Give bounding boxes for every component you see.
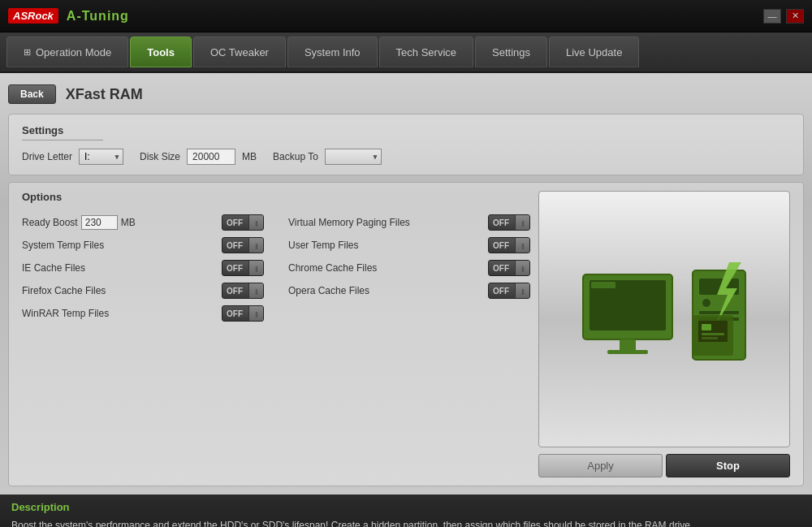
disk-size-unit: MB <box>242 151 257 162</box>
opera-cache-toggle-handle <box>515 283 529 298</box>
tab-operation-mode[interactable]: ⊞ Operation Mode <box>6 37 128 67</box>
grid-icon: ⊞ <box>24 47 31 58</box>
drive-letter-field: Drive Letter I: ▼ <box>22 149 123 165</box>
option-row-ie-cache: IE Cache Files OFF <box>22 257 264 279</box>
ie-cache-toggle[interactable]: OFF <box>222 260 264 276</box>
virtual-memory-toggle-label: OFF <box>489 218 515 227</box>
option-row-user-temp: User Temp Files OFF <box>288 234 530 257</box>
svg-rect-14 <box>702 333 724 335</box>
tab-live-update[interactable]: Live Update <box>549 37 639 67</box>
settings-panel: Settings Drive Letter I: ▼ Disk Size MB … <box>8 114 804 175</box>
main-content: Back XFast RAM Settings Drive Letter I: … <box>0 73 812 495</box>
tab-tech-service-label: Tech Service <box>396 46 456 58</box>
svg-rect-8 <box>699 311 739 314</box>
user-temp-label: User Temp Files <box>288 240 482 251</box>
winrar-temp-toggle-label: OFF <box>222 309 248 318</box>
backup-to-select-wrapper[interactable]: ▼ <box>325 149 382 165</box>
drive-letter-select[interactable]: I: <box>79 149 123 165</box>
ready-boost-toggle-label: OFF <box>222 218 248 227</box>
ready-boost-unit: MB <box>121 217 136 228</box>
options-col-right: Virtual Memory Paging Files OFF User Tem… <box>288 211 530 325</box>
user-temp-toggle-handle <box>515 238 529 253</box>
opera-cache-toggle-label: OFF <box>489 287 515 296</box>
winrar-temp-toggle-handle <box>248 306 263 321</box>
apply-button[interactable]: Apply <box>538 454 663 477</box>
options-col-left: Ready Boost MB OFF System Temp Files <box>22 211 264 325</box>
navbar: ⊞ Operation Mode Tools OC Tweaker System… <box>0 32 812 73</box>
option-row-system-temp: System Temp Files OFF <box>22 234 264 257</box>
chrome-cache-label: Chrome Cache Files <box>288 262 482 274</box>
virtual-memory-label: Virtual Memory Paging Files <box>288 217 482 228</box>
svg-rect-4 <box>591 282 615 288</box>
ie-cache-toggle-label: OFF <box>222 264 248 273</box>
disk-size-input[interactable] <box>187 149 235 165</box>
illustration-svg <box>567 254 762 384</box>
option-row-winrar-temp: WinRAR Temp Files OFF <box>22 302 264 325</box>
system-temp-label: System Temp Files <box>22 240 215 251</box>
disk-size-label: Disk Size <box>140 151 180 162</box>
drive-letter-select-wrapper[interactable]: I: ▼ <box>79 149 123 165</box>
firefox-cache-toggle-label: OFF <box>222 287 248 296</box>
description-title: Description <box>11 501 801 513</box>
stop-button[interactable]: Stop <box>666 454 790 477</box>
settings-legend: Settings <box>22 124 103 140</box>
opera-cache-toggle[interactable]: OFF <box>488 283 530 299</box>
user-temp-toggle[interactable]: OFF <box>488 237 530 253</box>
disk-size-field: Disk Size MB <box>140 149 257 165</box>
tab-tools[interactable]: Tools <box>130 37 192 67</box>
ready-boost-label: Ready Boost <box>22 217 78 228</box>
close-button[interactable]: ✕ <box>786 9 804 24</box>
ready-boost-input[interactable] <box>81 215 118 230</box>
firefox-cache-label: Firefox Cache Files <box>22 285 215 296</box>
backup-to-label: Backup To <box>273 151 318 162</box>
tab-system-info[interactable]: System Info <box>287 37 378 67</box>
breadcrumb: Back XFast RAM <box>8 81 804 107</box>
system-temp-toggle-handle <box>248 238 263 253</box>
settings-row: Drive Letter I: ▼ Disk Size MB Backup To… <box>22 149 790 165</box>
options-panel: Options Ready Boost MB OFF <box>8 182 804 486</box>
tab-settings-label: Settings <box>492 46 530 58</box>
option-row-ready-boost: Ready Boost MB OFF <box>22 211 264 234</box>
tab-settings[interactable]: Settings <box>475 37 547 67</box>
ready-boost-toggle[interactable]: OFF <box>222 214 264 231</box>
svg-rect-15 <box>702 337 718 339</box>
tab-tools-label: Tools <box>147 46 175 58</box>
virtual-memory-toggle[interactable]: OFF <box>488 214 530 231</box>
titlebar-controls: — ✕ <box>763 9 804 24</box>
tab-oc-tweaker-label: OC Tweaker <box>210 46 269 58</box>
firefox-cache-toggle[interactable]: OFF <box>222 283 264 299</box>
chrome-cache-toggle-handle <box>515 261 529 275</box>
user-temp-toggle-label: OFF <box>489 241 515 250</box>
description-bar: Description Boost the system's performan… <box>0 495 812 527</box>
ie-cache-toggle-handle <box>248 261 263 275</box>
titlebar-left: ASRock A-Tuning <box>8 8 129 24</box>
system-temp-toggle[interactable]: OFF <box>222 237 264 253</box>
tab-oc-tweaker[interactable]: OC Tweaker <box>193 37 286 67</box>
backup-to-select[interactable] <box>325 149 382 165</box>
option-row-chrome-cache: Chrome Cache Files OFF <box>288 257 530 279</box>
option-row-opera-cache: Opera Cache Files OFF <box>288 279 530 302</box>
ready-boost-toggle-handle <box>248 215 263 230</box>
option-row-virtual-memory: Virtual Memory Paging Files OFF <box>288 211 530 234</box>
chrome-cache-toggle[interactable]: OFF <box>488 260 530 276</box>
asrock-logo: ASRock <box>8 8 58 24</box>
tab-operation-mode-label: Operation Mode <box>36 46 111 58</box>
illustration-area: Apply Stop <box>538 191 790 477</box>
illustration-box <box>538 191 790 447</box>
system-temp-toggle-label: OFF <box>222 241 248 250</box>
page-title: XFast RAM <box>66 86 143 103</box>
titlebar: ASRock A-Tuning — ✕ <box>0 0 812 32</box>
options-legend: Options <box>22 191 530 203</box>
action-buttons: Apply Stop <box>538 454 790 477</box>
opera-cache-label: Opera Cache Files <box>288 285 482 296</box>
ready-boost-row: Ready Boost MB <box>22 215 136 230</box>
description-text: Boost the system's performance and exten… <box>11 518 801 527</box>
back-button[interactable]: Back <box>8 84 56 104</box>
svg-point-7 <box>702 299 710 307</box>
options-grid: Ready Boost MB OFF System Temp Files <box>22 211 530 325</box>
minimize-button[interactable]: — <box>763 9 781 24</box>
drive-letter-label: Drive Letter <box>22 151 72 162</box>
chrome-cache-toggle-label: OFF <box>489 264 515 273</box>
winrar-temp-toggle[interactable]: OFF <box>222 305 264 322</box>
tab-tech-service[interactable]: Tech Service <box>379 37 473 67</box>
